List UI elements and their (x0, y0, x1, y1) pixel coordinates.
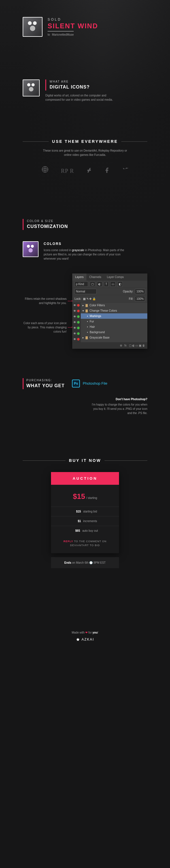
auction-end: Ends on March 6th 🕗 8PM EST (51, 557, 119, 568)
brand: AZKAI (0, 637, 170, 642)
section-customization: COLOR & SIZE CUSTOMIZATION COLORS Icons … (0, 219, 170, 261)
panel-lock-row: Lock: ▦ ✎ ✥ 🔒 Fill: 100% (72, 295, 147, 303)
product-avatar (23, 17, 42, 37)
product-title: SILENT WIND (48, 23, 98, 29)
example-avatar (23, 80, 40, 96)
section-purchasing: PURCHASING: WHAT YOU GET Ps Photoshop Fi… (0, 378, 170, 389)
section-what-are: WHAT ARE DIGITAL ICONS? Digital works of… (0, 80, 170, 102)
layer-row: ▸ ▇ Grayscale Base (81, 335, 147, 340)
svg-point-1 (42, 166, 48, 172)
colored-avatar (23, 241, 38, 257)
section-heading: COLOR & SIZE CUSTOMIZATION (23, 219, 68, 230)
price-lines: $15starting bid $1increments $65auto buy… (51, 504, 119, 539)
tab-layer-comps: Layer Comps (104, 274, 126, 281)
header: SOLD SILENT WIND to MarionettedMuse (0, 0, 170, 37)
bid-instructions: REPLY TO THE COMMENT ON DEVIANTART TO BI… (51, 539, 119, 553)
file-type: Ps Photoshop File (72, 379, 107, 388)
layer-row: ▪ Hair (81, 324, 147, 330)
sold-to: to MarionettedMuse (48, 31, 74, 37)
photoshop-layers-panel: Layers Channels Layer Comps ρ Kind ▢◐T▭◧… (72, 274, 147, 349)
starting-price: $15/ starting (51, 485, 119, 504)
platform-logos: RP R (23, 165, 147, 177)
layers-list: 👁 👁 👁 👁 👁 👁 👁 ▸ ▇ Color Filters ▾ ▇ Chan… (72, 303, 147, 342)
tab-layers: Layers (72, 274, 86, 281)
layer-row: ▪ Markings (81, 313, 147, 319)
section-use-everywhere: USE THEM EVERYWHERE These icons are grea… (0, 138, 170, 177)
photoshop-panel-illustration: Filters retain the correct shadows and h… (0, 274, 170, 347)
panel-kind-row: ρ Kind ▢◐T▭◧ (72, 281, 147, 288)
twitter-icon (122, 165, 129, 177)
tab-channels: Channels (86, 274, 104, 281)
panel-tabs: Layers Channels Layer Comps (72, 274, 147, 281)
section-buy: BUY IT NOW AUCTION $15/ starting $15star… (0, 458, 170, 568)
section-title: USE THEM EVERYWHERE (23, 138, 147, 145)
section-desc: These icons are great to use on DeviantA… (40, 149, 130, 157)
rpr-icon: RP R (61, 166, 74, 175)
annotation-color-areas: Color each area of your icon piece by pi… (23, 321, 66, 334)
colors-heading: COLORS (44, 241, 129, 246)
svg-point-0 (44, 168, 46, 170)
no-photoshop-note: Don't have Photoshop? I'm happy to chang… (91, 397, 170, 415)
card-header: AUCTION (51, 472, 119, 485)
panel-blend-row: Normal Opacity: 100% (72, 288, 147, 295)
section-title: BUY IT NOW (23, 458, 147, 464)
buyer-name: MarionettedMuse (52, 33, 74, 36)
layer-row: ▪ Fur (81, 319, 147, 324)
made-with: Made with ❤ for you! (0, 630, 170, 635)
footer: Made with ❤ for you! AZKAI (0, 630, 170, 642)
section-heading: WHAT ARE DIGITAL ICONS? (45, 80, 119, 91)
layer-row: ▸ ▇ Color Filters (81, 303, 147, 308)
brand-icon (76, 638, 80, 642)
photoshop-icon: Ps (72, 379, 80, 388)
sold-label: SOLD (48, 17, 98, 22)
auction-card: AUCTION $15/ starting $15starting bid $1… (51, 472, 119, 553)
price-line: $15starting bid (51, 506, 119, 516)
layer-row: ▪ Background (81, 330, 147, 335)
facebook-icon (104, 165, 110, 177)
annotation-filters: Filters retain the correct shadows and h… (23, 297, 66, 305)
deviantart-icon (86, 165, 92, 177)
price-line: $1increments (51, 516, 119, 526)
furcadia-icon (41, 165, 49, 177)
panel-footer: ⊕ fx ▢ ◐ ▭ ▣ 🗑 (72, 342, 147, 349)
section-heading: PURCHASING: WHAT YOU GET (23, 378, 65, 389)
layer-row: ▾ ▇ Change These Colors (81, 308, 147, 313)
price-line: $65auto buy out (51, 526, 119, 535)
colors-desc: Icons come colored in grayscale in Photo… (44, 248, 129, 261)
section-desc: Digital works of art, colored on the com… (45, 93, 119, 102)
